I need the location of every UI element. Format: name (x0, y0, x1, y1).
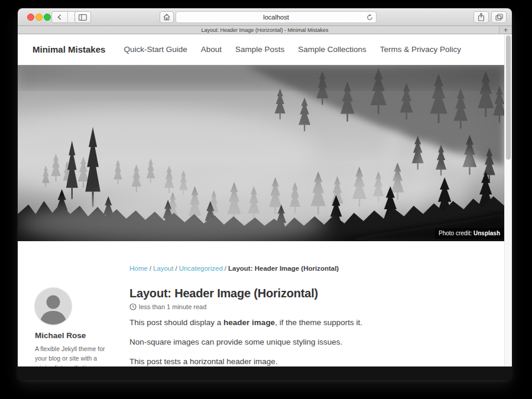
minimize-window-button[interactable] (35, 14, 43, 21)
scrollbar-thumb[interactable] (506, 35, 511, 160)
nav-item-about[interactable]: About (201, 45, 222, 54)
scrollbar[interactable] (504, 34, 512, 366)
author-sidebar: Michael Rose A flexible Jekyll theme for… (18, 241, 129, 366)
show-tabs-button[interactable] (491, 11, 507, 23)
breadcrumb: Home/Layout/Uncategorized/Layout: Header… (129, 264, 481, 273)
header-image-illustration (18, 65, 504, 241)
back-button[interactable] (52, 12, 67, 22)
share-icon (478, 13, 485, 21)
chevron-left-icon (57, 14, 61, 20)
nav-item-sample-posts[interactable]: Sample Posts (235, 45, 284, 54)
window-bottom (18, 366, 512, 380)
photo-credit: Photo credit: Unsplash (435, 228, 504, 239)
site-nav: Quick-Start Guide About Sample Posts Sam… (124, 45, 461, 54)
new-tab-button[interactable]: + (499, 26, 512, 34)
paragraph-text: This post should display a (129, 318, 223, 327)
tabs-overview-icon (495, 14, 503, 21)
paragraph-bold-text: header image (223, 318, 275, 327)
avatar-placeholder-icon (35, 288, 72, 325)
nav-item-sample-collections[interactable]: Sample Collections (298, 45, 366, 54)
address-bar[interactable]: localhost (176, 11, 377, 23)
photo-credit-label: Photo credit: (439, 230, 472, 236)
zoom-window-button[interactable] (44, 14, 51, 21)
author-name: Michael Rose (35, 331, 129, 340)
home-button[interactable] (160, 11, 174, 23)
post-meta: less than 1 minute read (129, 303, 481, 310)
site-masthead: Minimal Mistakes Quick-Start Guide About… (18, 34, 504, 65)
breadcrumb-current: Layout: Header Image (Horizontal) (228, 265, 339, 272)
sidebar-toggle-button[interactable] (74, 11, 91, 23)
close-window-button[interactable] (27, 14, 34, 21)
breadcrumb-layout[interactable]: Layout (153, 265, 174, 272)
sidebar-icon (79, 14, 87, 21)
browser-window: localhost Layout: Header Image ( (18, 8, 512, 380)
reload-button[interactable] (366, 14, 373, 22)
read-time: less than 1 minute read (139, 303, 206, 310)
post-title: Layout: Header Image (Horizontal) (129, 286, 481, 300)
breadcrumb-separator: / (150, 265, 151, 272)
paragraph-text: , if the theme supports it. (275, 318, 362, 327)
breadcrumb-separator: / (225, 265, 226, 272)
breadcrumb-uncategorized[interactable]: Uncategorized (179, 265, 223, 272)
post-paragraph-2: Non-square images can provide some uniqu… (129, 336, 481, 348)
breadcrumb-separator: / (175, 265, 177, 272)
share-button[interactable] (473, 11, 489, 23)
active-tab[interactable]: Layout: Header Image (Horizontal) - Mini… (201, 27, 328, 33)
page-content: Michael Rose A flexible Jekyll theme for… (18, 241, 504, 366)
author-bio: A flexible Jekyll theme for your blog or… (35, 344, 113, 366)
home-icon (163, 14, 170, 21)
site-title-link[interactable]: Minimal Mistakes (33, 44, 105, 54)
nav-item-quick-start-guide[interactable]: Quick-Start Guide (124, 45, 187, 54)
post-paragraph-3: This post tests a horizontal header imag… (129, 356, 481, 366)
reload-icon (366, 14, 373, 21)
url-text: localhost (263, 14, 288, 21)
header-image: Photo credit: Unsplash (18, 65, 504, 241)
page-viewport: Minimal Mistakes Quick-Start Guide About… (18, 34, 512, 366)
avatar (35, 288, 72, 325)
post-paragraph-1: This post should display a header image,… (129, 317, 481, 329)
post-main: Home/Layout/Uncategorized/Layout: Header… (129, 241, 504, 366)
breadcrumb-home[interactable]: Home (129, 265, 148, 272)
clock-icon (129, 303, 137, 310)
photo-credit-link[interactable]: Unsplash (473, 230, 500, 236)
tab-bar: Layout: Header Image (Horizontal) - Mini… (18, 26, 512, 34)
nav-item-terms-privacy[interactable]: Terms & Privacy Policy (380, 45, 461, 54)
browser-toolbar: localhost (18, 8, 512, 26)
